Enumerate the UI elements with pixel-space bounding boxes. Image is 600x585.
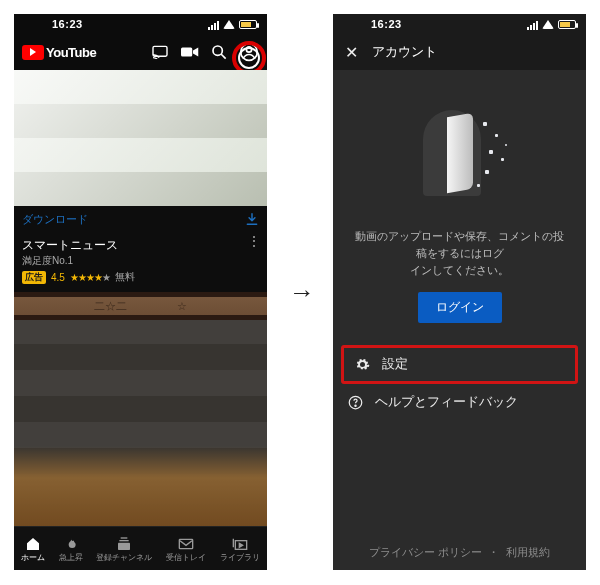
settings-label: 設定 [382,356,408,373]
status-time: 16:23 [52,18,83,30]
svg-rect-9 [180,539,193,548]
wifi-icon [223,20,235,29]
footer-links: プライバシー ポリシー ・ 利用規約 [359,536,561,570]
gear-icon [354,357,370,373]
library-icon [231,536,249,552]
nav-home-label: ホーム [21,553,45,563]
account-screen: 16:23 ✕ アカウント [333,14,586,570]
nav-trending-label: 急上昇 [59,553,83,563]
privacy-link[interactable]: プライバシー ポリシー [369,546,482,558]
youtube-home-screen: 16:23 YouTube [14,14,267,570]
account-body: 動画のアップロードや保存、コメントの投稿をするにはログ インしてください。 ログ… [333,70,586,570]
youtube-header: YouTube [14,34,267,70]
video-thumbnail[interactable] [14,70,267,206]
ad-rating: 4.5 [51,272,65,283]
status-time: 16:23 [371,18,402,30]
ad-subtitle: 満足度No.1 [22,254,259,268]
star-icon: ★★★★★ [70,272,110,283]
camera-icon[interactable] [181,46,199,58]
ad-free-label: 無料 [115,270,135,284]
nav-subscriptions[interactable]: 登録チャンネル [96,536,152,563]
battery-icon [558,20,576,29]
separator-dot: ・ [484,546,503,558]
youtube-wordmark: YouTube [46,45,96,60]
svg-rect-7 [120,540,129,541]
close-icon[interactable]: ✕ [345,43,358,62]
subscriptions-icon [115,536,133,552]
account-menu: 設定 ヘルプとフィードバック [333,345,586,421]
svg-point-12 [354,405,355,406]
video-thumbnail[interactable] [14,320,267,526]
more-icon[interactable]: ⋮ [247,236,261,246]
svg-point-5 [246,47,251,52]
settings-item[interactable]: 設定 [341,345,578,384]
download-bar[interactable]: ダウンロード [14,206,267,232]
decorative-divider: 二☆二 ☆ [14,292,267,320]
cast-icon[interactable] [151,45,169,59]
youtube-logo[interactable]: YouTube [22,45,96,60]
status-bar: 16:23 [333,14,586,34]
youtube-play-icon [22,45,44,60]
ad-meta[interactable]: ⋮ スマートニュース 満足度No.1 広告 4.5 ★★★★★ 無料 [14,232,267,292]
login-hint: 動画のアップロードや保存、コメントの投稿をするにはログ インしてください。 [333,228,586,278]
account-header: ✕ アカウント [333,34,586,70]
decor-left: 二☆二 [94,299,127,314]
terms-link[interactable]: 利用規約 [506,546,550,558]
decor-right: ☆ [177,300,187,313]
help-label: ヘルプとフィードバック [375,394,518,411]
help-item[interactable]: ヘルプとフィードバック [333,384,586,421]
arrow-icon: → [289,277,311,308]
login-button[interactable]: ログイン [418,292,502,323]
help-icon [347,395,363,411]
svg-rect-1 [181,48,192,57]
download-label: ダウンロード [22,212,88,227]
nav-library[interactable]: ライブラリ [220,536,260,563]
nav-home[interactable]: ホーム [21,536,45,563]
status-bar: 16:23 [14,14,267,34]
bottom-nav: ホーム 急上昇 登録チャンネル 受信トレイ ライブラリ [14,526,267,570]
signal-icon [207,18,219,30]
nav-library-label: ライブラリ [220,553,260,563]
door-illustration [405,104,515,204]
flame-icon [62,536,80,552]
nav-trending[interactable]: 急上昇 [59,536,83,563]
search-icon[interactable] [211,44,227,60]
svg-point-2 [213,46,222,55]
nav-subs-label: 登録チャンネル [96,553,152,563]
ad-title: スマートニュース [22,238,259,253]
svg-rect-8 [121,537,128,538]
download-icon [245,212,259,226]
nav-inbox[interactable]: 受信トレイ [166,536,206,563]
battery-icon [239,20,257,29]
mail-icon [177,536,195,552]
account-icon[interactable] [239,42,259,62]
video-feed: ダウンロード ⋮ スマートニュース 満足度No.1 広告 4.5 ★★★★★ 無… [14,70,267,526]
nav-inbox-label: 受信トレイ [166,553,206,563]
home-icon [24,536,42,552]
signal-icon [526,18,538,30]
ad-badge: 広告 [22,271,46,284]
account-title: アカウント [372,43,437,61]
wifi-icon [542,20,554,29]
svg-line-3 [221,54,226,59]
svg-rect-6 [118,543,130,550]
